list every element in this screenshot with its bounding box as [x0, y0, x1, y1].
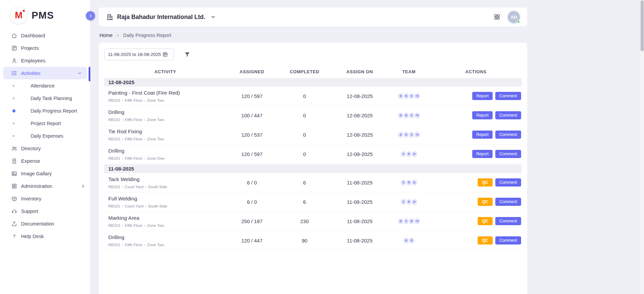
sidebar-item-projects[interactable]: Projects	[0, 42, 90, 54]
location-crumb: Court Yard	[125, 204, 144, 208]
sidebar-item-support[interactable]: Support	[0, 205, 90, 217]
breadcrumb-home[interactable]: Home	[99, 33, 113, 38]
comment-button[interactable]: Comment	[495, 131, 521, 139]
completed-value: 6	[277, 199, 332, 205]
sidebar-subitem-label: Attendance	[31, 83, 55, 89]
activity-path: RB101›Fifth Floor›Zone Two	[108, 118, 226, 122]
table-row: DrillingRB101›Fifth Floor›Zone Two120 / …	[104, 231, 522, 250]
report-button[interactable]: Report	[472, 131, 493, 139]
sidebar-subitem-attendance[interactable]: Attendance	[0, 79, 90, 92]
team-cell: DNS+2	[388, 131, 430, 138]
chevron-right-icon: ›	[122, 185, 123, 189]
comment-button[interactable]: Comment	[495, 111, 521, 119]
chevron-right-icon: ›	[145, 204, 146, 208]
inventory-icon	[11, 196, 17, 202]
location-crumb: Zone Two	[147, 98, 164, 102]
report-button[interactable]: Report	[472, 150, 493, 158]
sidebar-item-employees[interactable]: Employees	[0, 54, 90, 67]
team-cell: DNS+2	[388, 93, 430, 100]
actions-cell: ReportComment	[430, 150, 522, 158]
sidebar-item-expense[interactable]: Expense	[0, 155, 90, 167]
location-crumb: Zone Two	[147, 243, 164, 247]
activity-cell: DrillingRB101›Fifth Floor›Zone Two	[104, 109, 226, 122]
sidebar-subitem-label: Daily Expenses	[31, 133, 63, 139]
chevron-right-icon	[81, 184, 86, 189]
qc-button[interactable]: QC	[478, 217, 493, 225]
filter-icon[interactable]	[184, 51, 190, 58]
activity-name: Drilling	[108, 109, 226, 115]
qc-button[interactable]: QC	[478, 198, 493, 206]
sidebar-item-help-desk[interactable]: Help Desk	[0, 230, 90, 242]
team-avatar[interactable]: D	[411, 151, 418, 158]
location-crumb: RB101	[108, 98, 120, 102]
sidebar-subitem-daily-expenses[interactable]: Daily Expenses	[0, 130, 90, 142]
activities-icon	[11, 70, 17, 76]
comment-button[interactable]: Comment	[495, 198, 521, 206]
assigned-value: 120 / 597	[226, 93, 277, 99]
sidebar-subitem-daily-progress-report[interactable]: Daily Progress Report	[0, 104, 90, 117]
activity-name: Full Welding	[108, 196, 226, 202]
sidebar-item-inventory[interactable]: Inventory	[0, 192, 90, 205]
bullet-icon	[13, 97, 15, 99]
sidebar-item-dashboard[interactable]: Dashboard	[0, 29, 90, 42]
comment-button[interactable]: Comment	[495, 217, 521, 225]
chevron-right-icon: ›	[144, 137, 146, 141]
sidebar-item-image-gallary[interactable]: Image Gallary	[0, 167, 90, 180]
date-range-field[interactable]	[104, 48, 174, 60]
location-crumb: Fifth Floor	[125, 118, 143, 122]
sidebar-subitem-project-report[interactable]: Project Report	[0, 117, 90, 130]
chevron-right-icon: ›	[144, 243, 146, 247]
qc-button[interactable]: QC	[478, 178, 493, 187]
sidebar-item-label: Administration	[21, 183, 52, 189]
table-row: DrillingRB101›Fifth Floor›Zone Two100 / …	[104, 106, 522, 125]
scrollbar[interactable]	[640, 0, 644, 294]
team-avatar[interactable]: +2	[413, 218, 421, 225]
assigned-value: 6 / 0	[226, 199, 277, 205]
activity-path: RB101›Court Yard›South Side	[108, 204, 226, 208]
team-avatar[interactable]: R	[408, 237, 415, 244]
topbar: Raja Bahadur International Ltd. AD	[99, 7, 527, 26]
documentation-icon	[11, 221, 17, 227]
chevron-right-icon: ›	[144, 156, 146, 160]
assign-on-value: 11-08-2025	[332, 199, 388, 205]
team-avatar[interactable]: D	[411, 179, 418, 186]
location-crumb: RB101	[108, 185, 120, 189]
comment-button[interactable]: Comment	[495, 178, 521, 187]
location-crumb: South Side	[148, 204, 167, 208]
user-avatar[interactable]: AD	[508, 11, 520, 23]
company-selector[interactable]: Raja Bahadur International Ltd.	[106, 14, 216, 21]
comment-button[interactable]: Comment	[495, 150, 521, 158]
breadcrumb: Home Daily Progress Report	[99, 33, 527, 38]
activity-cell: Painting - First Coat (Fire Red)RB101›Fi…	[104, 90, 226, 102]
sidebar-subitem-daily-task-planning[interactable]: Daily Task Planning	[0, 92, 90, 104]
qc-button[interactable]: QC	[478, 236, 493, 244]
chevron-right-icon: ›	[144, 118, 146, 122]
sidebar-item-administration[interactable]: Administration	[0, 180, 90, 192]
assigned-value: 120 / 537	[226, 132, 277, 138]
location-crumb: RB101	[108, 204, 120, 208]
sidebar-collapse-button[interactable]	[86, 11, 95, 20]
location-crumb: RB101	[108, 137, 120, 141]
report-button[interactable]: Report	[472, 111, 493, 119]
team-avatar[interactable]: +2	[413, 93, 421, 100]
sidebar-item-directory[interactable]: Directory	[0, 142, 90, 155]
column-header-activity: ACTIVITY	[104, 69, 226, 74]
scrollbar-thumb[interactable]	[641, 0, 644, 51]
comment-button[interactable]: Comment	[495, 92, 521, 100]
directory-icon	[11, 145, 17, 152]
logo-dot	[23, 10, 25, 12]
actions-cell: ReportComment	[430, 111, 522, 119]
report-button[interactable]: Report	[472, 92, 493, 100]
sidebar-item-activities[interactable]: Activities	[3, 67, 87, 79]
comment-button[interactable]: Comment	[495, 236, 521, 244]
team-avatar[interactable]: +2	[413, 131, 421, 138]
date-range-input[interactable]	[108, 52, 162, 57]
team-avatar[interactable]: +2	[413, 112, 421, 119]
apps-grid-icon[interactable]	[494, 14, 500, 20]
sidebar-item-documentation[interactable]: Documentation	[0, 217, 90, 230]
team-avatar[interactable]: D	[411, 198, 418, 205]
calendar-icon	[162, 52, 168, 57]
building-icon	[106, 14, 113, 21]
activity-cell: Tack WeldingRB101›Court Yard›South Side	[104, 176, 226, 189]
completed-value: 0	[277, 113, 332, 118]
